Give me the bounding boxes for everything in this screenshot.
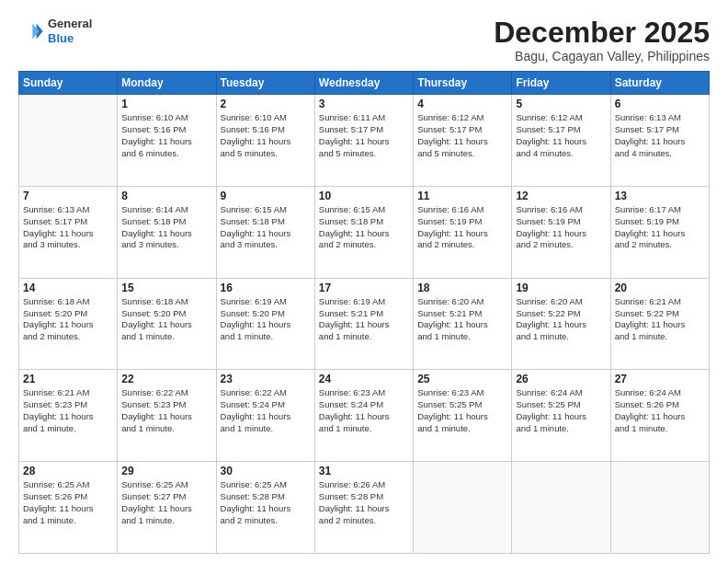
logo-general: General — [48, 17, 92, 31]
weekday-header-sunday: Sunday — [19, 72, 118, 95]
calendar-cell: 13Sunrise: 6:17 AM Sunset: 5:19 PM Dayli… — [610, 186, 709, 278]
day-number: 16 — [221, 282, 311, 294]
calendar-cell: 7Sunrise: 6:13 AM Sunset: 5:17 PM Daylig… — [19, 186, 118, 278]
calendar-cell: 28Sunrise: 6:25 AM Sunset: 5:26 PM Dayli… — [19, 462, 118, 554]
calendar-cell: 17Sunrise: 6:19 AM Sunset: 5:21 PM Dayli… — [314, 278, 413, 370]
calendar-cell: 31Sunrise: 6:26 AM Sunset: 5:28 PM Dayli… — [314, 462, 413, 554]
calendar-cell: 2Sunrise: 6:10 AM Sunset: 5:16 PM Daylig… — [216, 95, 314, 187]
calendar-cell: 4Sunrise: 6:12 AM Sunset: 5:17 PM Daylig… — [414, 95, 512, 187]
calendar-week-2: 7Sunrise: 6:13 AM Sunset: 5:17 PM Daylig… — [19, 186, 710, 278]
location: Bagu, Cagayan Valley, Philippines — [494, 49, 710, 63]
calendar-cell: 19Sunrise: 6:20 AM Sunset: 5:22 PM Dayli… — [512, 278, 610, 370]
day-number: 20 — [615, 282, 705, 294]
calendar-body: 1Sunrise: 6:10 AM Sunset: 5:16 PM Daylig… — [19, 95, 710, 554]
day-number: 8 — [121, 190, 211, 202]
calendar-week-5: 28Sunrise: 6:25 AM Sunset: 5:26 PM Dayli… — [19, 462, 710, 554]
calendar-week-4: 21Sunrise: 6:21 AM Sunset: 5:23 PM Dayli… — [19, 370, 710, 462]
day-detail: Sunrise: 6:12 AM Sunset: 5:17 PM Dayligh… — [516, 112, 606, 159]
calendar-cell: 16Sunrise: 6:19 AM Sunset: 5:20 PM Dayli… — [216, 278, 314, 370]
day-number: 5 — [516, 98, 606, 110]
calendar-cell: 5Sunrise: 6:12 AM Sunset: 5:17 PM Daylig… — [512, 95, 610, 187]
day-detail: Sunrise: 6:21 AM Sunset: 5:23 PM Dayligh… — [23, 387, 113, 434]
weekday-header-wednesday: Wednesday — [314, 72, 413, 95]
weekday-header-tuesday: Tuesday — [216, 72, 314, 95]
day-detail: Sunrise: 6:16 AM Sunset: 5:19 PM Dayligh… — [417, 204, 507, 251]
calendar-cell — [512, 462, 610, 554]
day-number: 1 — [121, 98, 211, 110]
logo-text: General Blue — [48, 17, 92, 45]
calendar-cell: 27Sunrise: 6:24 AM Sunset: 5:26 PM Dayli… — [610, 370, 709, 462]
day-number: 26 — [516, 373, 606, 385]
day-number: 6 — [615, 98, 705, 110]
day-number: 19 — [516, 282, 606, 294]
day-number: 23 — [221, 373, 311, 385]
calendar-cell: 11Sunrise: 6:16 AM Sunset: 5:19 PM Dayli… — [414, 186, 512, 278]
day-detail: Sunrise: 6:13 AM Sunset: 5:17 PM Dayligh… — [615, 112, 705, 159]
logo: General Blue — [18, 17, 92, 45]
calendar-cell: 22Sunrise: 6:22 AM Sunset: 5:23 PM Dayli… — [118, 370, 216, 462]
day-number: 24 — [319, 373, 409, 385]
day-detail: Sunrise: 6:11 AM Sunset: 5:17 PM Dayligh… — [319, 112, 409, 159]
day-detail: Sunrise: 6:16 AM Sunset: 5:19 PM Dayligh… — [516, 204, 606, 251]
day-number: 15 — [121, 282, 211, 294]
day-detail: Sunrise: 6:22 AM Sunset: 5:24 PM Dayligh… — [221, 387, 311, 434]
calendar-cell: 12Sunrise: 6:16 AM Sunset: 5:19 PM Dayli… — [512, 186, 610, 278]
day-detail: Sunrise: 6:26 AM Sunset: 5:28 PM Dayligh… — [319, 479, 409, 526]
day-number: 2 — [221, 98, 311, 110]
day-number: 7 — [23, 190, 113, 202]
day-detail: Sunrise: 6:10 AM Sunset: 5:16 PM Dayligh… — [121, 112, 211, 159]
calendar-cell: 8Sunrise: 6:14 AM Sunset: 5:18 PM Daylig… — [118, 186, 216, 278]
day-number: 14 — [23, 282, 113, 294]
day-detail: Sunrise: 6:23 AM Sunset: 5:25 PM Dayligh… — [417, 387, 507, 434]
day-number: 29 — [121, 465, 211, 477]
day-number: 25 — [417, 373, 507, 385]
day-detail: Sunrise: 6:23 AM Sunset: 5:24 PM Dayligh… — [319, 387, 409, 434]
calendar-cell: 9Sunrise: 6:15 AM Sunset: 5:18 PM Daylig… — [216, 186, 314, 278]
day-detail: Sunrise: 6:13 AM Sunset: 5:17 PM Dayligh… — [23, 204, 113, 251]
calendar-cell — [414, 462, 512, 554]
calendar-cell: 26Sunrise: 6:24 AM Sunset: 5:25 PM Dayli… — [512, 370, 610, 462]
calendar-cell: 23Sunrise: 6:22 AM Sunset: 5:24 PM Dayli… — [216, 370, 314, 462]
calendar-cell — [19, 95, 118, 187]
day-number: 17 — [319, 282, 409, 294]
day-detail: Sunrise: 6:12 AM Sunset: 5:17 PM Dayligh… — [417, 112, 507, 159]
day-detail: Sunrise: 6:25 AM Sunset: 5:28 PM Dayligh… — [221, 479, 311, 526]
calendar-cell: 18Sunrise: 6:20 AM Sunset: 5:21 PM Dayli… — [414, 278, 512, 370]
day-number: 12 — [516, 190, 606, 202]
calendar-cell: 25Sunrise: 6:23 AM Sunset: 5:25 PM Dayli… — [414, 370, 512, 462]
day-number: 11 — [417, 190, 507, 202]
day-detail: Sunrise: 6:17 AM Sunset: 5:19 PM Dayligh… — [615, 204, 705, 251]
calendar-cell: 20Sunrise: 6:21 AM Sunset: 5:22 PM Dayli… — [610, 278, 709, 370]
weekday-header-friday: Friday — [512, 72, 610, 95]
calendar-cell: 3Sunrise: 6:11 AM Sunset: 5:17 PM Daylig… — [314, 95, 413, 187]
day-number: 9 — [221, 190, 311, 202]
day-detail: Sunrise: 6:15 AM Sunset: 5:18 PM Dayligh… — [221, 204, 311, 251]
day-number: 21 — [23, 373, 113, 385]
page: General Blue December 2025 Bagu, Cagayan… — [0, 0, 728, 563]
calendar-cell: 24Sunrise: 6:23 AM Sunset: 5:24 PM Dayli… — [314, 370, 413, 462]
calendar-week-3: 14Sunrise: 6:18 AM Sunset: 5:20 PM Dayli… — [19, 278, 710, 370]
day-detail: Sunrise: 6:20 AM Sunset: 5:22 PM Dayligh… — [516, 296, 606, 343]
month-title: December 2025 — [494, 17, 710, 49]
day-detail: Sunrise: 6:24 AM Sunset: 5:25 PM Dayligh… — [516, 387, 606, 434]
calendar-header: SundayMondayTuesdayWednesdayThursdayFrid… — [19, 72, 710, 95]
day-detail: Sunrise: 6:15 AM Sunset: 5:18 PM Dayligh… — [319, 204, 409, 251]
day-number: 22 — [121, 373, 211, 385]
day-number: 18 — [417, 282, 507, 294]
day-number: 30 — [221, 465, 311, 477]
calendar-cell — [610, 462, 709, 554]
day-detail: Sunrise: 6:21 AM Sunset: 5:22 PM Dayligh… — [615, 296, 705, 343]
day-detail: Sunrise: 6:19 AM Sunset: 5:21 PM Dayligh… — [319, 296, 409, 343]
calendar-cell: 30Sunrise: 6:25 AM Sunset: 5:28 PM Dayli… — [216, 462, 314, 554]
calendar-table: SundayMondayTuesdayWednesdayThursdayFrid… — [18, 71, 710, 554]
calendar-cell: 21Sunrise: 6:21 AM Sunset: 5:23 PM Dayli… — [19, 370, 118, 462]
day-detail: Sunrise: 6:22 AM Sunset: 5:23 PM Dayligh… — [121, 387, 211, 434]
day-detail: Sunrise: 6:25 AM Sunset: 5:27 PM Dayligh… — [121, 479, 211, 526]
day-detail: Sunrise: 6:19 AM Sunset: 5:20 PM Dayligh… — [221, 296, 311, 343]
calendar-week-1: 1Sunrise: 6:10 AM Sunset: 5:16 PM Daylig… — [19, 95, 710, 187]
calendar-cell: 15Sunrise: 6:18 AM Sunset: 5:20 PM Dayli… — [118, 278, 216, 370]
day-number: 27 — [615, 373, 705, 385]
day-number: 3 — [319, 98, 409, 110]
calendar-cell: 29Sunrise: 6:25 AM Sunset: 5:27 PM Dayli… — [118, 462, 216, 554]
day-number: 31 — [319, 465, 409, 477]
